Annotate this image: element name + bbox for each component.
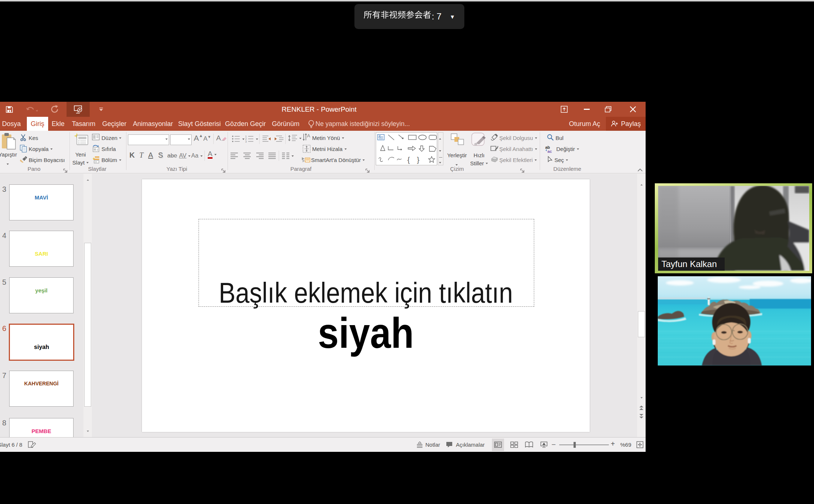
svg-text:1: 1: [245, 135, 247, 138]
svg-text:{: {: [407, 156, 410, 164]
svg-text:2: 2: [245, 138, 247, 140]
svg-text:}: }: [417, 156, 420, 164]
svg-text:3: 3: [245, 140, 247, 143]
svg-text:ac: ac: [547, 149, 552, 153]
svg-text:A: A: [307, 133, 310, 138]
svg-text:A: A: [378, 135, 381, 138]
